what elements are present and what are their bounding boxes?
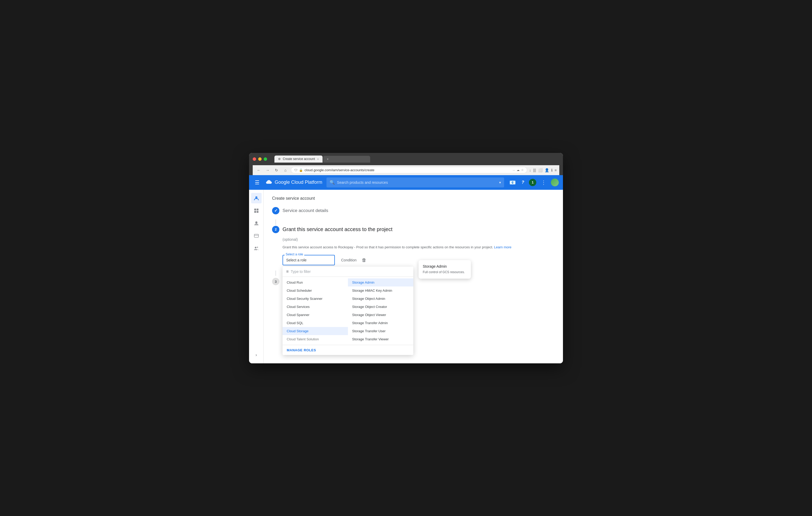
notification-email-icon[interactable]: 📧 bbox=[508, 178, 517, 187]
step2-title: Grant this service account access to the… bbox=[283, 226, 393, 232]
gcp-app: ☰ Google Cloud Platform 🔍 ▾ 📧 ? 1 ⋮ bbox=[249, 175, 563, 363]
svg-point-0 bbox=[255, 196, 257, 199]
search-dropdown-icon: ▾ bbox=[499, 180, 501, 185]
step-connector-1 bbox=[276, 219, 276, 225]
list-item[interactable]: Storage Transfer Viewer bbox=[348, 335, 413, 343]
browser-nav: ← → ↻ ⌂ 🛡 🔒 cloud.google.com/iam/service… bbox=[253, 165, 559, 175]
sidebar-item-iam[interactable] bbox=[251, 193, 262, 203]
browser-chrome: ⚙ Create service account × + ← → ↻ ⌂ 🛡 🔒… bbox=[249, 153, 563, 175]
list-item[interactable]: Storage Object Creator bbox=[348, 303, 413, 311]
svg-rect-3 bbox=[257, 209, 258, 210]
role-row: Select a role Select a role ≡ bbox=[283, 255, 555, 265]
svg-rect-2 bbox=[254, 209, 256, 210]
more-options-icon[interactable]: ⋮ bbox=[540, 178, 547, 187]
svg-rect-4 bbox=[254, 211, 256, 213]
list-item-storage-admin[interactable]: Storage Admin bbox=[348, 278, 413, 286]
list-item[interactable]: Storage Object Admin bbox=[348, 295, 413, 303]
step1-header: ✓ Service account details bbox=[272, 207, 555, 214]
back-button[interactable]: ← bbox=[255, 167, 262, 174]
search-input[interactable] bbox=[337, 180, 497, 185]
help-icon[interactable]: ? bbox=[521, 179, 525, 186]
gcp-content: Create service account ✓ Service account… bbox=[264, 190, 563, 363]
svg-point-10 bbox=[257, 246, 258, 248]
tab-favicon: ⚙ bbox=[278, 157, 281, 161]
topnav-right: 📧 ? 1 ⋮ bbox=[508, 178, 559, 187]
sidebar-item-users[interactable] bbox=[251, 243, 262, 253]
gcp-sidebar: › bbox=[249, 190, 264, 363]
learn-more-link[interactable]: Learn more bbox=[494, 245, 512, 249]
dropdown-left-col: Cloud Run Cloud Scheduler Cloud Security… bbox=[283, 277, 348, 345]
list-item[interactable]: Cloud Spanner bbox=[283, 311, 348, 319]
info-circle-icon[interactable]: ℹ bbox=[551, 168, 552, 172]
step2-title-block: Grant this service account access to the… bbox=[283, 226, 393, 232]
filter-input[interactable] bbox=[291, 270, 410, 274]
step2-header: 2 Grant this service account access to t… bbox=[272, 226, 555, 233]
delete-role-button[interactable]: 🗑 bbox=[361, 256, 368, 264]
hamburger-menu-icon[interactable]: ☰ bbox=[253, 178, 261, 187]
browser-tabs: ⚙ Create service account × + bbox=[274, 155, 370, 162]
gcp-logo: Google Cloud Platform bbox=[265, 180, 322, 185]
list-item[interactable]: Cloud SQL bbox=[283, 319, 348, 327]
role-select-label: Select a role bbox=[285, 252, 304, 256]
page-header: Create service account bbox=[272, 196, 555, 201]
new-tab-icon: + bbox=[327, 157, 328, 161]
gcp-logo-text: Google Cloud Platform bbox=[275, 180, 322, 185]
address-bar[interactable]: 🛡 🔒 cloud.google.com/iam/service-account… bbox=[291, 167, 527, 173]
list-item[interactable]: Storage Transfer Admin bbox=[348, 319, 413, 327]
close-button[interactable] bbox=[253, 157, 256, 161]
tab-close-icon[interactable]: × bbox=[317, 157, 319, 161]
notification-badge[interactable]: 1 bbox=[529, 179, 536, 186]
list-item[interactable]: Cloud Services bbox=[283, 303, 348, 311]
gcp-search[interactable]: 🔍 ▾ bbox=[326, 178, 504, 187]
sidebar-item-dashboard[interactable] bbox=[251, 206, 262, 216]
list-item[interactable]: Storage Transfer User bbox=[348, 327, 413, 335]
step2-description: Grant this service account access to Roc… bbox=[283, 245, 555, 250]
step1-section: ✓ Service account details bbox=[272, 207, 555, 214]
step2-desc-text: Grant this service account access to Roc… bbox=[283, 245, 494, 249]
svg-point-6 bbox=[255, 221, 257, 223]
list-item[interactable]: Cloud Scheduler bbox=[283, 286, 348, 295]
role-select-container: Select a role Select a role ≡ bbox=[283, 255, 335, 265]
forward-button[interactable]: → bbox=[264, 167, 271, 174]
sidebar-expand-button[interactable]: › bbox=[251, 350, 262, 360]
maximize-button[interactable] bbox=[264, 157, 267, 161]
library-icon[interactable]: ||| bbox=[533, 168, 536, 172]
step3-circle: 3 bbox=[272, 278, 280, 285]
browser-window: ⚙ Create service account × + ← → ↻ ⌂ 🛡 🔒… bbox=[249, 153, 563, 363]
list-item[interactable]: Cloud Run bbox=[283, 278, 348, 286]
list-item[interactable]: Storage Object Viewer bbox=[348, 311, 413, 319]
download-icon[interactable]: ↓ bbox=[529, 168, 531, 172]
manage-roles-button[interactable]: MANAGE ROLES bbox=[287, 348, 316, 352]
minimize-button[interactable] bbox=[258, 157, 262, 161]
refresh-button[interactable]: ↻ bbox=[273, 167, 280, 174]
profile-circle-icon[interactable]: 👤 bbox=[545, 168, 549, 172]
dashboard-icon bbox=[254, 208, 259, 213]
shield-icon: 🛡 bbox=[294, 168, 297, 172]
step2-subtitle: (optional) bbox=[283, 237, 555, 242]
browser-menu-icon[interactable]: ≡ bbox=[555, 168, 557, 172]
condition-label: Condition bbox=[341, 258, 356, 262]
dropdown-right-col: Storage Admin Storage HMAC Key Admin Sto… bbox=[348, 277, 413, 345]
avatar[interactable] bbox=[551, 179, 559, 186]
step-connector-2 bbox=[276, 271, 276, 276]
nav-right-icons: ↓ ||| ⬜ 👤 ℹ ≡ bbox=[529, 168, 557, 172]
list-item[interactable]: Cloud Talent Solution bbox=[283, 335, 348, 343]
list-item[interactable]: Storage HMAC Key Admin bbox=[348, 286, 413, 295]
filter-icon: ≡ bbox=[286, 269, 289, 274]
billing-icon bbox=[254, 234, 259, 238]
topnav-search-icon: 🔍 bbox=[329, 180, 335, 185]
role-select[interactable]: Select a role bbox=[283, 255, 335, 265]
gcp-logo-icon bbox=[265, 180, 272, 185]
sidebar-item-billing[interactable] bbox=[251, 231, 262, 241]
list-item[interactable]: Cloud Security Scanner bbox=[283, 295, 348, 303]
tab-sync-icon[interactable]: ⬜ bbox=[538, 168, 543, 172]
sidebar-item-account[interactable] bbox=[251, 218, 262, 229]
iam-icon bbox=[254, 195, 259, 201]
url-text: cloud.google.com/iam/service-accounts/cr… bbox=[304, 168, 374, 172]
new-tab-button[interactable]: + bbox=[323, 156, 370, 162]
pocket-icon: ☁ bbox=[517, 168, 520, 172]
active-tab[interactable]: ⚙ Create service account × bbox=[274, 155, 323, 162]
home-button[interactable]: ⌂ bbox=[282, 167, 289, 174]
list-item-selected[interactable]: Cloud Storage bbox=[283, 327, 348, 335]
step2-section: 2 Grant this service account access to t… bbox=[272, 226, 555, 266]
